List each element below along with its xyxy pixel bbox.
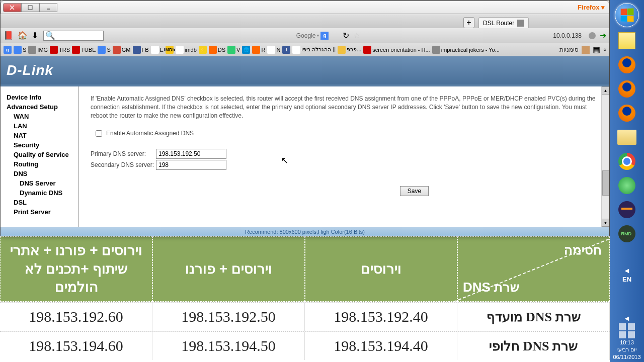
sidebar-item-print-server[interactable]: Print Server bbox=[7, 207, 78, 217]
taskbar-firefox-icon[interactable] bbox=[616, 103, 637, 124]
sidebar-item-wan[interactable]: WAN bbox=[7, 112, 78, 121]
bookmark-item[interactable]: IMG bbox=[28, 46, 48, 54]
system-tray: ◄ EN ◄ 10:13 יום רביעי 06/11/2013 bbox=[610, 261, 644, 362]
windows-taskbar: RMD. ◄ EN ◄ 10:13 יום רביעי 06/11/2013 bbox=[610, 0, 644, 362]
bookmark-item[interactable]: E bbox=[151, 46, 164, 54]
sidebar-item-device-info[interactable]: Device Info bbox=[7, 93, 78, 102]
reload-icon[interactable]: ↻ bbox=[343, 31, 349, 40]
new-tab-button[interactable]: + bbox=[463, 17, 474, 28]
bookmark-item[interactable]: impractical jokers - Yo... bbox=[432, 46, 500, 54]
bookmark-item[interactable]: R bbox=[252, 46, 265, 54]
taskbar-app-icon[interactable] bbox=[616, 175, 637, 196]
tray-expand-icon[interactable]: ◄ bbox=[623, 314, 630, 322]
minimize-button[interactable] bbox=[39, 3, 57, 12]
bookmark-favicon-icon bbox=[72, 46, 80, 54]
bookmark-item[interactable]: imdb bbox=[176, 46, 197, 54]
windows-logo-icon bbox=[621, 8, 634, 22]
status-bar: Recommend: 800x600 pixels,High Color(16 … bbox=[1, 227, 609, 236]
sidebar-item-security[interactable]: Security bbox=[7, 140, 78, 150]
go-arrow-icon[interactable]: ➜ bbox=[600, 31, 606, 40]
tray-time[interactable]: 10:13 bbox=[620, 339, 634, 345]
taskbar-app-icon[interactable]: RMD. bbox=[616, 223, 637, 244]
bookmark-item[interactable]: f bbox=[282, 46, 290, 54]
bookmark-label: ההגרלה ביפו || bbox=[301, 46, 336, 53]
scroll-down-button[interactable]: ▼ bbox=[602, 219, 609, 227]
tray-security-icon[interactable] bbox=[628, 323, 635, 330]
taskbar-firefox-icon[interactable] bbox=[616, 54, 637, 75]
bookmark-label: N bbox=[276, 47, 280, 53]
bookmark-item[interactable]: V bbox=[227, 46, 240, 54]
bookmark-favicon-icon bbox=[133, 46, 141, 54]
bookmark-item[interactable]: ההגרלה ביפו || bbox=[292, 46, 336, 54]
bookmark-item[interactable]: פרפ... bbox=[338, 46, 361, 54]
bookmark-favicon-icon bbox=[28, 46, 36, 54]
sidebar-item-advanced-setup[interactable]: Advanced Setup bbox=[7, 102, 78, 112]
tray-language[interactable]: EN bbox=[622, 276, 631, 283]
table-header-col3: וירוסים bbox=[305, 236, 457, 302]
tray-volume-icon[interactable] bbox=[619, 331, 626, 338]
site-identity-icon[interactable] bbox=[589, 32, 596, 39]
tab-title: DSL Router bbox=[483, 20, 514, 27]
bookmark-item[interactable]: S bbox=[98, 46, 110, 54]
history-icon[interactable]: 📕 bbox=[4, 31, 14, 40]
sidebar-item-nat[interactable]: NAT bbox=[7, 131, 78, 140]
bookmark-item[interactable]: g bbox=[4, 46, 12, 54]
table-row: 198.153.192.60 198.153.192.50 198.153.19… bbox=[0, 302, 610, 331]
table-row: 198.153.194.60 198.153.194.50 198.153.19… bbox=[0, 331, 610, 360]
taskbar-folder-icon[interactable] bbox=[616, 127, 637, 148]
vertical-scrollbar[interactable]: ▲ ▼ bbox=[601, 86, 609, 227]
close-button[interactable] bbox=[3, 3, 21, 12]
bookmark-item[interactable]: TRS bbox=[50, 46, 70, 54]
sidebar-item-dynamic-dns[interactable]: Dynamic DNS bbox=[7, 188, 78, 198]
taskbar-notepad-icon[interactable] bbox=[616, 30, 637, 51]
bookmarks-label[interactable]: סימניות bbox=[559, 46, 579, 53]
secondary-dns-input[interactable] bbox=[156, 160, 226, 170]
tray-misc-icon[interactable] bbox=[628, 331, 635, 338]
bookmark-item[interactable]: S bbox=[14, 46, 26, 54]
bookmark-favicon-icon: IMDb bbox=[166, 46, 174, 54]
taskbar-chrome-icon[interactable] bbox=[616, 151, 637, 172]
url-display: 10.0.0.138 bbox=[553, 32, 582, 39]
scroll-thumb[interactable] bbox=[602, 170, 609, 196]
table-header-col2: וירוסים + פורנו bbox=[152, 236, 305, 302]
bookmark-item[interactable]: 🌐 bbox=[242, 46, 250, 54]
download-icon[interactable]: ⬇ bbox=[32, 31, 38, 40]
search-box[interactable]: 🔍 bbox=[43, 31, 104, 41]
sidebar-item-qos[interactable]: Quality of Service bbox=[7, 150, 78, 159]
sidebar-item-dsl[interactable]: DSL bbox=[7, 198, 78, 207]
table-header-col1: וירוסים + פורנו + אתרי שיתוף +תכנים לא ה… bbox=[0, 236, 152, 302]
bookmark-item[interactable]: ⚡ bbox=[199, 46, 207, 54]
browser-tab[interactable]: DSL Router bbox=[478, 17, 529, 28]
bookmark-item[interactable]: N bbox=[267, 46, 280, 54]
secondary-dns-label: Secondary DNS server: bbox=[91, 161, 156, 168]
scroll-up-button[interactable]: ▲ bbox=[602, 86, 609, 95]
bookmark-item[interactable]: FB bbox=[133, 46, 149, 54]
bookmark-item[interactable]: TUBE bbox=[72, 46, 96, 54]
start-button[interactable] bbox=[615, 3, 639, 27]
star-icon[interactable]: ☆ bbox=[353, 31, 360, 40]
auto-dns-checkbox[interactable] bbox=[96, 130, 102, 137]
sidebar-item-routing[interactable]: Routing bbox=[7, 159, 78, 169]
bookmark-item[interactable]: DS bbox=[209, 46, 225, 54]
sidebar-item-dns[interactable]: DNS bbox=[7, 169, 78, 178]
sidebar-item-lan[interactable]: LAN bbox=[7, 121, 78, 131]
bookmark-item[interactable]: screen orientation - H... bbox=[363, 46, 430, 54]
home-icon[interactable]: 🏠 bbox=[18, 31, 28, 40]
tray-network-icon[interactable] bbox=[619, 323, 626, 330]
taskbar-firefox-icon[interactable] bbox=[616, 78, 637, 100]
taskbar-eclipse-icon[interactable] bbox=[616, 199, 637, 220]
tray-expand-icon[interactable]: ◄ bbox=[623, 266, 630, 275]
primary-dns-input[interactable] bbox=[156, 149, 226, 159]
bookmarks-more-icon[interactable]: « bbox=[603, 47, 606, 52]
tab-favicon-icon bbox=[517, 20, 524, 27]
tray-date-label: יום רביעי bbox=[617, 346, 636, 353]
bookmarks-grid-icon[interactable]: ▦ bbox=[593, 45, 600, 54]
maximize-button[interactable] bbox=[21, 3, 39, 12]
sidebar-item-dns-server[interactable]: DNS Server bbox=[7, 178, 78, 188]
save-button[interactable]: Save bbox=[400, 186, 429, 196]
bookmark-label: GM bbox=[122, 47, 131, 53]
bookmark-item[interactable]: IMDb bbox=[166, 46, 174, 54]
bookmarks-folder-icon[interactable] bbox=[582, 46, 590, 54]
bookmark-label: DS bbox=[218, 47, 225, 53]
bookmark-item[interactable]: GM bbox=[113, 46, 131, 54]
